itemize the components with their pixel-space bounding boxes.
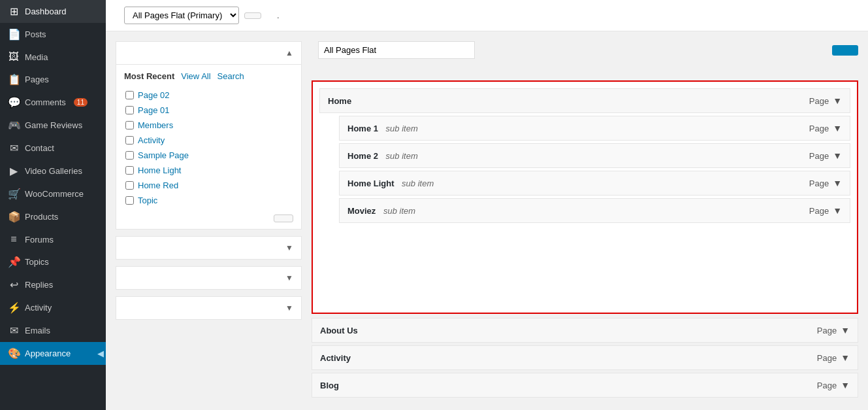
menu-item-type-home: Page [809, 96, 829, 106]
sidebar-item-pages[interactable]: 📋 Pages [0, 68, 106, 91]
top-bar: All Pages Flat (Primary) . [106, 0, 868, 31]
page-label-1[interactable]: Page 02 [138, 90, 169, 100]
sidebar-item-posts[interactable]: 📄 Posts [0, 23, 106, 46]
menu-name-input[interactable] [318, 41, 475, 59]
posts-accordion: ▼ [116, 236, 302, 260]
save-menu-button[interactable] [832, 45, 858, 56]
menu-item-moviez[interactable]: Moviez sub item Page ▼ [339, 198, 850, 223]
contact-icon: ✉ [8, 142, 20, 154]
sidebar-label-forums: Forums [25, 235, 54, 245]
tab-most-recent[interactable]: Most Recent [124, 71, 174, 81]
page-label-7[interactable]: Home Red [138, 180, 178, 190]
checkbox-2[interactable] [125, 106, 134, 114]
menu-item-chevron-home-light[interactable]: ▼ [833, 178, 842, 188]
checkbox-6[interactable] [125, 166, 134, 175]
sidebar-label-video-galleries: Video Galleries [25, 166, 82, 176]
menu-item-chevron-home-2[interactable]: ▼ [833, 150, 842, 161]
page-label-4[interactable]: Activity [138, 135, 165, 145]
sidebar-item-dashboard[interactable]: ⊞ Dashboard [0, 0, 106, 23]
tab-view-all[interactable]: View All [181, 71, 210, 81]
add-to-menu-button[interactable] [274, 214, 293, 222]
page-item-5[interactable]: Sample Page [124, 148, 293, 163]
page-label-2[interactable]: Page 01 [138, 105, 169, 115]
below-item-chevron-blog[interactable]: ▼ [841, 380, 850, 390]
sidebar-item-replies[interactable]: ↩ Replies [0, 273, 106, 296]
below-item-chevron-activity[interactable]: ▼ [841, 352, 850, 363]
pages-accordion-header[interactable]: ▲ [116, 42, 301, 64]
below-menu-item-about-us[interactable]: About Us Page ▼ [312, 318, 858, 343]
page-label-8[interactable]: Topic [138, 196, 157, 205]
categories-accordion-header[interactable]: ▼ [116, 297, 301, 319]
posts-icon: 📄 [8, 28, 20, 41]
menu-item-home-2[interactable]: Home 2 sub item Page ▼ [339, 143, 850, 168]
below-item-chevron-about-us[interactable]: ▼ [841, 325, 850, 335]
menu-item-name-moviez: Moviez [347, 206, 376, 216]
below-menu-item-blog[interactable]: Blog Page ▼ [312, 373, 858, 398]
pages-tabs: Most RecentView AllSearch [124, 71, 293, 81]
sidebar-item-appearance[interactable]: 🎨 Appearance ◀ [0, 342, 106, 365]
sidebar-label-posts: Posts [25, 29, 46, 39]
sidebar-item-forums[interactable]: ≡ Forums [0, 228, 106, 250]
forums-icon: ≡ [8, 233, 20, 245]
menu-item-chevron-home[interactable]: ▼ [833, 95, 842, 106]
sidebar-item-activity[interactable]: ⚡ Activity [0, 296, 106, 319]
sidebar-label-products: Products [25, 212, 58, 222]
menu-item-name-home-2: Home 2 [347, 151, 378, 161]
checkbox-5[interactable] [125, 151, 134, 160]
video-galleries-icon: ▶ [8, 165, 20, 177]
below-item-name-about-us: About Us [320, 326, 358, 335]
menu-select[interactable]: All Pages Flat (Primary) [124, 7, 239, 24]
sidebar-item-contact[interactable]: ✉ Contact [0, 137, 106, 160]
main-content: All Pages Flat (Primary) . ▲ Most Recent… [106, 0, 868, 410]
page-item-4[interactable]: Activity [124, 133, 293, 148]
left-panel: ▲ Most RecentView AllSearch Page 02 Page… [116, 41, 302, 400]
page-label-5[interactable]: Sample Page [138, 150, 189, 160]
checkbox-4[interactable] [125, 136, 134, 145]
menu-items-container: Home Page ▼ Home 1 sub item Page ▼ Home … [312, 80, 858, 314]
sidebar-label-woocommerce: WooCommerce [25, 189, 84, 199]
topics-icon: 📌 [8, 256, 20, 268]
sidebar-item-products[interactable]: 📦 Products [0, 205, 106, 228]
select-button[interactable] [244, 12, 261, 19]
sidebar-item-game-reviews[interactable]: 🎮 Game Reviews [0, 114, 106, 137]
menu-item-sublabel-moviez: sub item [381, 206, 415, 216]
pages-icon: 📋 [8, 73, 20, 86]
page-item-8[interactable]: Topic [124, 193, 293, 208]
tab-search[interactable]: Search [217, 71, 244, 81]
menu-item-home-1[interactable]: Home 1 sub item Page ▼ [339, 116, 850, 141]
checkbox-1[interactable] [125, 91, 134, 99]
sidebar-label-replies: Replies [25, 280, 53, 290]
page-item-2[interactable]: Page 01 [124, 103, 293, 118]
sidebar-item-media[interactable]: 🖼 Media [0, 46, 106, 68]
sidebar-item-comments[interactable]: 💬 Comments 11 [0, 91, 106, 114]
page-item-3[interactable]: Members [124, 118, 293, 133]
menu-item-chevron-moviez[interactable]: ▼ [833, 205, 842, 216]
checkbox-7[interactable] [125, 181, 134, 190]
menu-item-home-light[interactable]: Home Light sub item Page ▼ [339, 171, 850, 196]
menu-item-type-home-1: Page [809, 124, 829, 133]
menu-item-sublabel-home-1: sub item [383, 124, 418, 133]
page-label-6[interactable]: Home Light [138, 165, 181, 175]
sidebar-label-contact: Contact [25, 143, 54, 153]
below-menu-item-activity[interactable]: Activity Page ▼ [312, 345, 858, 370]
products-icon: 📦 [8, 211, 20, 223]
sidebar-item-woocommerce[interactable]: 🛒 WooCommerce [0, 182, 106, 205]
menu-item-type-home-light: Page [809, 179, 829, 188]
checkbox-3[interactable] [125, 121, 134, 129]
posts-accordion-header[interactable]: ▼ [116, 237, 301, 259]
woocommerce-icon: 🛒 [8, 188, 20, 200]
menu-item-name-home-1: Home 1 [347, 124, 378, 133]
sidebar-item-video-galleries[interactable]: ▶ Video Galleries [0, 160, 106, 182]
sidebar-item-topics[interactable]: 📌 Topics [0, 250, 106, 273]
sidebar-item-emails[interactable]: ✉ Emails [0, 319, 106, 342]
pages-chevron-up-icon: ▲ [285, 48, 293, 58]
menu-item-home[interactable]: Home Page ▼ [319, 88, 850, 113]
page-item-6[interactable]: Home Light [124, 163, 293, 178]
checkbox-8[interactable] [125, 196, 134, 205]
page-item-7[interactable]: Home Red [124, 178, 293, 193]
sidebar-label-appearance: Appearance [25, 349, 71, 358]
page-label-3[interactable]: Members [138, 120, 173, 130]
menu-item-chevron-home-1[interactable]: ▼ [833, 123, 842, 133]
page-item-1[interactable]: Page 02 [124, 88, 293, 103]
custom-links-accordion-header[interactable]: ▼ [116, 267, 301, 289]
